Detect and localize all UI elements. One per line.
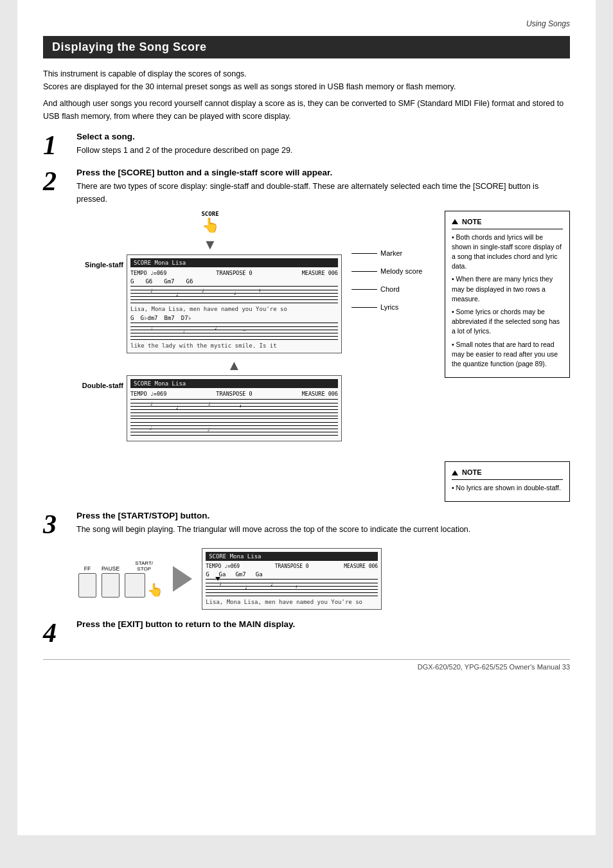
- pause-button-group: PAUSE: [102, 565, 120, 598]
- note-box-1-list: Both chords and lyrics will be shown in …: [452, 233, 563, 369]
- step-4: 4 Press the [EXIT] button to return to t…: [43, 619, 570, 646]
- step-1-title: Select a song.: [76, 132, 570, 141]
- step-3-number: 3: [43, 511, 70, 538]
- step-3-content: Press the [START/STOP] button. The song …: [76, 511, 570, 538]
- note-1-item-1: Both chords and lyrics will be shown in …: [452, 233, 563, 272]
- start-stop-button[interactable]: [125, 573, 145, 598]
- callout-chord: Chord: [351, 285, 435, 293]
- step3-staff: ♩ ♩ ♩ 𝄽: [206, 579, 378, 597]
- step3-chord-row: GGaGm7Ga: [206, 571, 378, 578]
- chord-row-1: GG6Gm7G6: [130, 278, 338, 285]
- note-box-1-title: NOTE: [452, 217, 563, 229]
- step3-score-header: SCORE Mona Lisa: [206, 552, 378, 561]
- step3-score-meta: TEMPO ♩=069 TRANSPOSE 0 MEASURE 006: [206, 563, 378, 569]
- step-1: 1 Select a song. Follow steps 1 and 2 of…: [43, 132, 570, 159]
- score-button-area: SCORE 👆: [78, 211, 342, 234]
- callout-lyrics-line: [351, 307, 377, 308]
- note-1-item-2: When there are many lyrics they may be d…: [452, 274, 563, 304]
- score-button-label: SCORE: [78, 211, 342, 217]
- note-1-item-3: Some lyrics or chords may be abbreviated…: [452, 307, 563, 337]
- double-staff-area: Double-staff SCORE Mona Lisa TEMPO ♩=069…: [78, 375, 342, 441]
- step-2-content: Press the [SCORE] button and a single-st…: [76, 168, 570, 206]
- step-3-title: Press the [START/STOP] button.: [76, 511, 570, 520]
- note-box-1: NOTE Both chords and lyrics will be show…: [445, 211, 570, 378]
- callout-lyrics: Lyrics: [351, 303, 435, 311]
- lyrics-row-1: Lisa, Mona Lisa, men have named you You'…: [130, 305, 338, 313]
- note-box-2-title: NOTE: [452, 467, 563, 480]
- lyrics-row-2: like the lady with the mystic smile. Is …: [130, 342, 338, 350]
- button-panel: FF PAUSE START/STOP 👆: [78, 560, 163, 598]
- callout-melody-label: Melody score: [380, 267, 422, 275]
- section-title: Displaying the Song Score: [43, 36, 570, 58]
- ff-button[interactable]: [78, 573, 96, 598]
- start-stop-group: START/STOP 👆: [125, 560, 163, 598]
- step-1-content: Select a song. Follow steps 1 and 2 of t…: [76, 132, 570, 159]
- callout-marker-line: [351, 253, 377, 254]
- hand-pointer-icon: 👆: [78, 217, 342, 234]
- page-header: Using Songs: [43, 19, 570, 28]
- staff-double-bass: 𝅗𝅥 𝅗𝅥: [130, 418, 338, 436]
- double-score-header: SCORE Mona Lisa: [130, 379, 338, 388]
- pause-button[interactable]: [102, 573, 120, 598]
- start-stop-label: START/STOP: [125, 560, 163, 572]
- note-box-2: NOTE No lyrics are shown in double-staff…: [445, 461, 570, 502]
- intro-text: This instrument is capable of display th…: [43, 67, 570, 123]
- callout-chord-label: Chord: [380, 285, 400, 293]
- pause-label: PAUSE: [102, 565, 120, 572]
- callout-section: Marker Melody score Chord Lyrics: [351, 211, 435, 502]
- double-staff-label: Double-staff: [78, 375, 123, 389]
- step-1-desc: Follow steps 1 and 2 of the procedure de…: [76, 144, 570, 157]
- position-marker: [215, 577, 220, 581]
- staff-single-top: ♩ ♩ ♩ ♩ 𝄽: [130, 286, 338, 304]
- staff-single-bottom: ♩ ♩ ♩ 𝄐: [130, 323, 338, 341]
- arrow-right-icon: [173, 566, 192, 592]
- step-3-desc: The song will begin playing. The triangu…: [76, 523, 570, 536]
- callout-melody: Melody score: [351, 267, 435, 275]
- step-3: 3 Press the [START/STOP] button. The son…: [43, 511, 570, 610]
- arrow-down-icon: ▼: [78, 236, 342, 253]
- score-meta-row: TEMPO ♩=069 TRANSPOSE 0 MEASURE 006: [130, 270, 338, 276]
- page-content: Using Songs Displaying the Song Score Th…: [17, 0, 596, 835]
- step-4-title: Press the [EXIT] button to return to the…: [76, 619, 570, 629]
- step-2: 2 Press the [SCORE] button and a single-…: [43, 168, 570, 502]
- step3-score-display: SCORE Mona Lisa TEMPO ♩=069 TRANSPOSE 0 …: [202, 548, 382, 610]
- step-2-number: 2: [43, 168, 70, 206]
- score-header: SCORE Mona Lisa: [130, 258, 338, 267]
- note-2-item-1: No lyrics are shown in double-staff.: [452, 483, 563, 493]
- arrow-up-icon: ▲: [127, 357, 342, 374]
- hand-icon-step3: 👆: [147, 582, 163, 598]
- step3-lyrics: Lisa, Mona Lisa, men have named you You'…: [206, 598, 378, 606]
- note-1-item-4: Small notes that are hard to read may be…: [452, 340, 563, 369]
- staff-double-treble: ♩ ♩ ♩ 𝄽: [130, 399, 338, 417]
- ff-button-group: FF: [78, 565, 96, 598]
- step-1-number: 1: [43, 132, 70, 159]
- ff-label: FF: [78, 565, 96, 572]
- page-footer: DGX-620/520, YPG-625/525 Owner's Manual …: [43, 659, 570, 671]
- callout-lyrics-label: Lyrics: [380, 303, 398, 311]
- callout-marker-label: Marker: [380, 249, 402, 257]
- step-4-number: 4: [43, 619, 70, 646]
- single-staff-label: Single-staff: [78, 254, 123, 269]
- step-3-images: FF PAUSE START/STOP 👆: [78, 548, 570, 610]
- step-4-content: Press the [EXIT] button to return to the…: [76, 619, 570, 646]
- callout-chord-line: [351, 289, 377, 290]
- double-score-meta: TEMPO ♩=069 TRANSPOSE 0 MEASURE 006: [130, 391, 338, 397]
- score-diagrams: SCORE 👆 ▼ Single-staff SCORE Mona Lisa: [78, 211, 342, 502]
- note-box-2-list: No lyrics are shown in double-staff.: [452, 483, 563, 493]
- step-2-title: Press the [SCORE] button and a single-st…: [76, 168, 570, 177]
- step-2-desc: There are two types of score display: si…: [76, 180, 570, 206]
- callout-melody-line: [351, 271, 377, 272]
- chord-row-2: GG♭dm7Bm7D7♭: [130, 315, 338, 321]
- callout-marker: Marker: [351, 249, 435, 257]
